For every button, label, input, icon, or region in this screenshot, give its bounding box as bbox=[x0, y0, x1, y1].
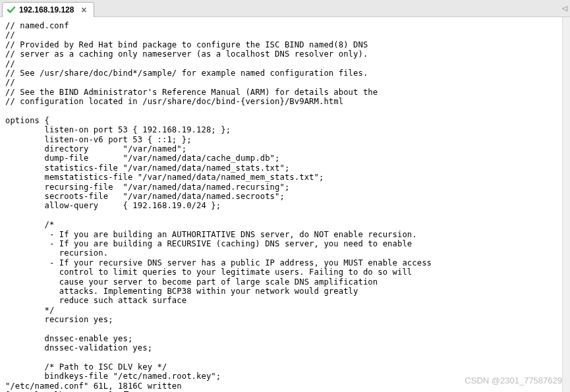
terminal-content[interactable]: // named.conf // // Provided by Red Hat … bbox=[0, 17, 570, 392]
close-icon[interactable]: × bbox=[79, 5, 88, 14]
tab-active[interactable]: 192.168.19.128 × bbox=[2, 2, 94, 17]
watermark: CSDN @2301_77587629 bbox=[465, 376, 562, 385]
scroll-left-icon[interactable]: ◁ bbox=[562, 3, 567, 13]
tab-title: 192.168.19.128 bbox=[19, 5, 74, 14]
tab-bar: 192.168.19.128 × ◁ bbox=[0, 0, 570, 17]
scrollbar[interactable] bbox=[562, 17, 570, 392]
check-icon bbox=[7, 5, 16, 14]
